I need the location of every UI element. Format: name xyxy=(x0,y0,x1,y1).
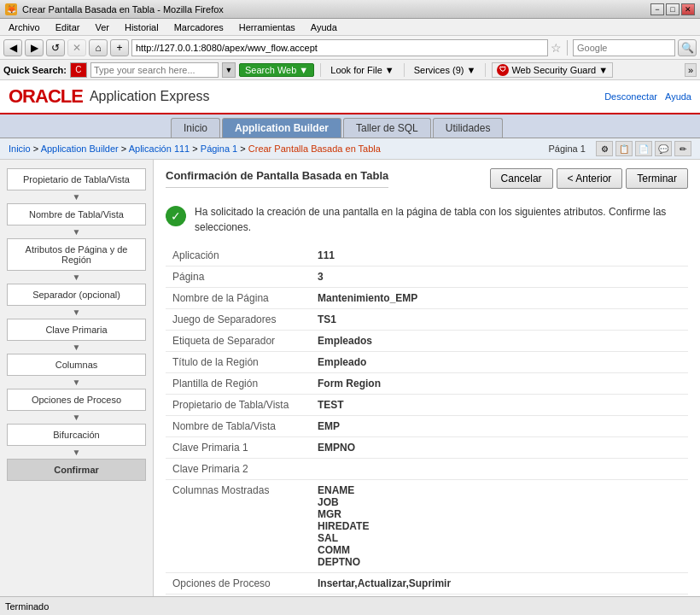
page-icon-5[interactable]: ✏ xyxy=(674,141,691,156)
page-label: Página 1 xyxy=(548,144,591,154)
menu-marcadores[interactable]: Marcadores xyxy=(171,20,227,34)
sidebar-item-1[interactable]: Nombre de Tabla/Vista xyxy=(7,203,146,226)
title-bar: 🦊 Crear Pantalla Basada en Tabla - Mozil… xyxy=(0,0,700,19)
sidebar-item-3[interactable]: Separador (opcional) xyxy=(7,284,146,306)
field-label-11: Columnas Mostradas xyxy=(166,480,311,573)
table-row: Propietario de Tabla/Vista TEST xyxy=(166,395,688,416)
sidebar-item-0[interactable]: Propietario de Tabla/Vista xyxy=(7,168,146,190)
breadcrumb-aplicacion[interactable]: Aplicación 111 xyxy=(129,144,190,154)
tab-taller-sql[interactable]: Taller de SQL xyxy=(343,118,431,138)
finish-button[interactable]: Terminar xyxy=(626,168,688,189)
arrow-0: ▼ xyxy=(7,192,146,202)
breadcrumb: Inicio > Application Builder > Aplicació… xyxy=(9,144,381,154)
home-button[interactable]: ⌂ xyxy=(89,39,108,56)
services-button[interactable]: Services (9) ▼ xyxy=(411,63,480,77)
sidebar-item-8[interactable]: Confirmar xyxy=(7,459,146,481)
page-icon-1[interactable]: ⚙ xyxy=(596,141,613,156)
field-value-11: ENAME JOB MGR HIREDATE SAL COMM DEPTNO xyxy=(311,480,688,573)
page-icon-2[interactable]: 📋 xyxy=(615,141,633,156)
field-label-4: Etiqueta de Separador xyxy=(166,331,311,352)
table-row: Título de la Región Empleado xyxy=(166,352,688,373)
page-info: Página 1 ⚙ 📋 📄 💬 ✏ xyxy=(548,141,691,156)
menu-ver[interactable]: Ver xyxy=(91,20,113,34)
maximize-button[interactable]: □ xyxy=(666,3,680,15)
field-value-4: Empleados xyxy=(311,331,688,352)
arrow-2: ▼ xyxy=(7,272,146,282)
field-value-6: Form Region xyxy=(311,373,688,395)
field-value-3: TS1 xyxy=(311,309,688,331)
quick-search-input[interactable] xyxy=(90,62,219,78)
breadcrumb-app-builder[interactable]: Application Builder xyxy=(41,144,119,154)
table-row: Etiqueta de Separador Empleados xyxy=(166,331,688,352)
search-button[interactable]: 🔍 xyxy=(678,39,697,56)
quick-search-dropdown[interactable]: ▼ xyxy=(222,62,236,78)
page-icon-4[interactable]: 💬 xyxy=(655,141,672,156)
new-tab-button[interactable]: + xyxy=(110,39,129,56)
field-label-9: Clave Primaria 1 xyxy=(166,437,311,459)
field-label-2: Nombre de la Página xyxy=(166,288,311,309)
sidebar-item-6[interactable]: Opciones de Proceso xyxy=(7,389,146,411)
quick-search-label: Quick Search: xyxy=(3,65,67,75)
close-button[interactable]: ✕ xyxy=(681,3,695,15)
field-label-6: Plantilla de Región xyxy=(166,373,311,395)
wsguard-label: Web Security Guard xyxy=(511,65,596,75)
table-row: Plantilla de Región Form Region xyxy=(166,373,688,395)
field-label-5: Título de la Región xyxy=(166,352,311,373)
status-text: Terminado xyxy=(5,601,49,612)
toolbar-separator xyxy=(320,63,321,77)
sidebar: Propietario de Tabla/Vista ▼ Nombre de T… xyxy=(0,160,154,615)
menu-editar[interactable]: Editar xyxy=(52,20,84,34)
web-security-guard[interactable]: 🛡 Web Security Guard ▼ xyxy=(492,62,613,78)
wsguard-dropdown[interactable]: ▼ xyxy=(598,65,608,75)
table-row: Juego de Separadores TS1 xyxy=(166,309,688,331)
bookmark-icon[interactable]: ☆ xyxy=(551,41,562,55)
field-value-8: EMP xyxy=(311,416,688,437)
tab-inicio[interactable]: Inicio xyxy=(171,118,220,138)
back-button[interactable]: ◀ xyxy=(3,39,22,56)
menu-bar: Archivo Editar Ver Historial Marcadores … xyxy=(0,19,700,36)
menu-archivo[interactable]: Archivo xyxy=(5,20,44,34)
header-links: Desconectar Ayuda xyxy=(599,91,691,102)
tab-utilidades[interactable]: Utilidades xyxy=(433,118,504,138)
prev-button[interactable]: < Anterior xyxy=(557,168,623,189)
wsguard-icon: 🛡 xyxy=(497,64,509,76)
menu-ayuda[interactable]: Ayuda xyxy=(307,20,341,34)
table-row: Columnas Mostradas ENAME JOB MGR HIREDAT… xyxy=(166,480,688,573)
menu-historial[interactable]: Historial xyxy=(121,20,162,34)
look-for-file-button[interactable]: Look for File ▼ xyxy=(327,63,397,77)
info-section: ✓ Ha solicitado la creación de una panta… xyxy=(166,204,688,235)
sidebar-item-7[interactable]: Bifurcación xyxy=(7,424,146,446)
extensions-button[interactable]: » xyxy=(685,63,697,77)
address-bar[interactable] xyxy=(131,39,548,56)
help-link[interactable]: Ayuda xyxy=(665,91,691,102)
breadcrumb-bar: Inicio > Application Builder > Aplicació… xyxy=(0,138,700,160)
menu-herramientas[interactable]: Herramientas xyxy=(236,20,299,34)
stop-button[interactable]: ✕ xyxy=(67,39,86,56)
breadcrumb-inicio[interactable]: Inicio xyxy=(9,144,31,154)
breadcrumb-current: Crear Pantalla Basada en Tabla xyxy=(248,144,381,154)
search-web-button[interactable]: Search Web ▼ xyxy=(239,63,314,77)
browser-search-input[interactable] xyxy=(573,39,675,56)
toolbar-separator2 xyxy=(404,63,405,77)
sidebar-item-4[interactable]: Clave Primaria xyxy=(7,319,146,341)
data-table: Aplicación 111 Página 3 Nombre de la Pág… xyxy=(166,245,688,594)
cancel-button[interactable]: Cancelar xyxy=(490,168,553,189)
table-row: Opciones de Proceso Insertar,Actualizar,… xyxy=(166,573,688,594)
oracle-logo: ORACLE Application Express xyxy=(9,85,209,108)
minimize-button[interactable]: − xyxy=(650,3,664,15)
field-label-7: Propietario de Tabla/Vista xyxy=(166,395,311,416)
reload-button[interactable]: ↺ xyxy=(46,39,65,56)
sidebar-item-5[interactable]: Columnas xyxy=(7,354,146,376)
page-icons: ⚙ 📋 📄 💬 ✏ xyxy=(596,141,691,156)
forward-button[interactable]: ▶ xyxy=(25,39,44,56)
breadcrumb-pagina[interactable]: Página 1 xyxy=(201,144,237,154)
sidebar-item-2[interactable]: Atributos de Página y de Región xyxy=(7,238,146,271)
arrow-6: ▼ xyxy=(7,413,146,422)
tab-application-builder[interactable]: Application Builder xyxy=(222,118,341,138)
confirmation-title: Confirmación de Pantalla Basada en Tabla xyxy=(166,169,388,188)
content-area: Confirmación de Pantalla Basada en Tabla… xyxy=(154,160,700,615)
table-row: Clave Primaria 2 xyxy=(166,459,688,480)
field-label-1: Página xyxy=(166,266,311,288)
disconnect-link[interactable]: Desconectar xyxy=(604,91,657,102)
page-icon-3[interactable]: 📄 xyxy=(635,141,652,156)
